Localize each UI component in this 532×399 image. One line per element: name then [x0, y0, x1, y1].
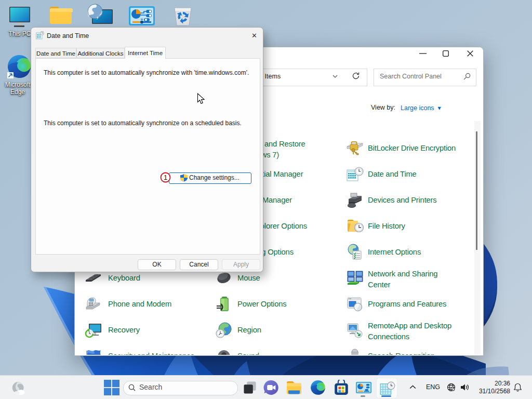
- svg-text:1: 1: [164, 174, 167, 181]
